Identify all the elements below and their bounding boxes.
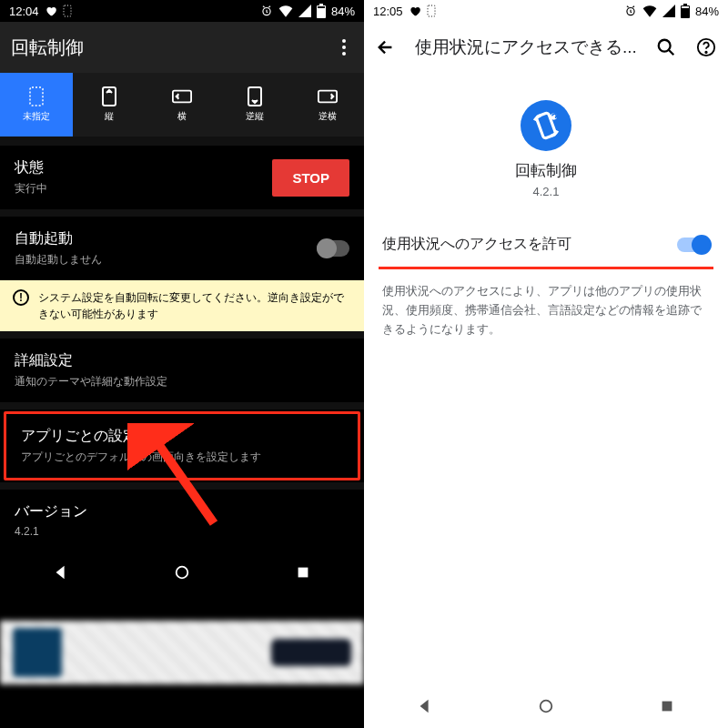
svg-rect-12 [298,568,308,578]
autostart-subtitle: 自動起動しません [15,252,102,268]
signal-icon [298,5,311,17]
stop-button[interactable]: STOP [272,159,349,197]
content: 回転制御 4.2.1 使用状況へのアクセスを許可 使用状況へのアクセスにより、ア… [364,73,728,357]
permission-label: 使用状況へのアクセスを許可 [382,235,571,254]
svg-point-11 [177,567,188,579]
version-title: バージョン [15,502,87,521]
nav-recent-icon[interactable] [656,695,678,717]
svg-rect-4 [318,6,325,8]
nav-home-icon[interactable] [171,561,193,583]
svg-rect-5 [30,87,43,106]
rev-landscape-icon [318,86,338,106]
svg-rect-16 [683,4,687,5]
tab-label: 逆縦 [246,110,264,123]
ad-banner[interactable] [0,621,364,684]
warning-banner: ! システム設定を自動回転に変更してください。逆向き設定ができない可能性がありま… [0,280,364,331]
nav-home-icon[interactable] [535,695,557,717]
state-row[interactable]: 状態 実行中 STOP [0,146,364,209]
dotted-rect-icon [63,5,72,17]
right-phone-screenshot: 12:05 84% 使用状 [364,0,728,728]
battery-percent: 84% [695,5,719,18]
tab-rev-portrait[interactable]: 逆縦 [218,73,291,136]
tab-label: 逆横 [318,110,337,123]
permission-toggle[interactable] [677,238,710,252]
app-bar: 使用状況にアクセスできる... [364,22,728,73]
perapp-subtitle: アプリごとのデフォルトの画面向きを設定します [21,450,261,465]
svg-rect-17 [682,6,689,8]
alarm-icon [624,5,637,17]
battery-icon [317,4,326,18]
app-name: 回転制御 [515,160,577,181]
svg-point-20 [705,52,706,53]
navigation-bar [0,551,364,594]
alarm-icon [260,5,273,17]
permission-toggle-row[interactable]: 使用状況へのアクセスを許可 [379,222,713,267]
tab-landscape[interactable]: 横 [146,73,218,136]
divider [0,136,364,146]
warning-text: システム設定を自動回転に変更してください。逆向き設定ができない可能性があります [38,289,351,322]
svg-rect-24 [662,702,672,712]
perapp-title: アプリごとの設定 [21,427,261,446]
detail-title: 詳細設定 [15,351,167,370]
nav-recent-icon[interactable] [292,561,314,583]
spacer [364,357,728,684]
wifi-icon [278,5,293,17]
clock: 12:04 [9,5,39,18]
permission-description: 使用状況へのアクセスにより、アプリは他のアプリの使用状況、使用頻度、携帯通信会社… [379,282,713,339]
status-bar: 12:04 84% [0,0,364,22]
app-title: 回転制御 [11,35,84,60]
per-app-settings-row[interactable]: アプリごとの設定 アプリごとのデフォルトの画面向きを設定します [4,411,360,480]
app-bar: 回転制御 [0,22,364,73]
orientation-tabs: 未指定 縦 横 逆縦 逆横 [0,73,364,136]
nav-back-icon[interactable] [50,561,72,583]
detail-subtitle: 通知のテーマや詳細な動作設定 [15,374,167,389]
help-icon[interactable] [695,36,717,58]
status-bar: 12:05 84% [364,0,728,22]
state-subtitle: 実行中 [15,181,47,197]
heart-icon [409,5,421,17]
divider [0,482,364,490]
tab-label: 未指定 [23,110,50,123]
detail-settings-row[interactable]: 詳細設定 通知のテーマや詳細な動作設定 [0,339,364,402]
app-hero: 回転制御 4.2.1 [379,100,713,198]
signal-icon [662,5,675,17]
clock: 12:05 [373,5,403,18]
battery-percent: 84% [331,5,355,18]
wifi-icon [642,5,657,17]
tab-unspecified[interactable]: 未指定 [0,73,73,136]
ad-thumbnail [13,628,62,677]
info-icon: ! [13,289,29,306]
autostart-title: 自動起動 [15,229,102,248]
tab-rev-landscape[interactable]: 逆横 [291,73,364,136]
svg-point-23 [541,701,552,713]
overflow-menu-icon[interactable] [335,32,353,63]
battery-icon [681,4,690,18]
tab-label: 横 [177,110,187,123]
portrait-icon [99,86,119,106]
search-icon[interactable] [655,36,677,58]
back-arrow-icon[interactable] [375,36,397,58]
version-subtitle: 4.2.1 [15,525,87,538]
autostart-toggle[interactable] [317,240,349,257]
rev-portrait-icon [245,86,265,106]
ad-cta-button[interactable] [271,639,351,666]
left-phone-screenshot: 12:04 84% 回転制御 [0,0,364,728]
tab-label: 縦 [105,110,114,123]
autostart-row[interactable]: 自動起動 自動起動しません [0,217,364,280]
dotted-rect-icon [26,86,46,106]
rotate-icon [521,100,571,151]
landscape-icon [172,86,192,106]
divider [0,331,364,339]
page-title: 使用状況にアクセスできる... [415,35,637,59]
tab-portrait[interactable]: 縦 [73,73,146,136]
navigation-bar [364,684,728,728]
nav-back-icon[interactable] [414,695,436,717]
version-row[interactable]: バージョン 4.2.1 [0,490,364,551]
divider [0,402,364,410]
divider [0,209,364,217]
svg-rect-3 [319,4,323,5]
heart-icon [45,5,57,17]
svg-rect-0 [64,5,71,16]
app-version: 4.2.1 [533,185,560,198]
svg-point-18 [659,40,671,52]
